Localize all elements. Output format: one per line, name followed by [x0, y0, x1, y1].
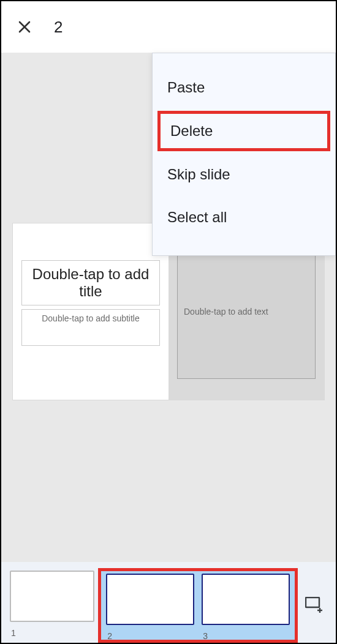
menu-item-paste[interactable]: Paste: [153, 68, 335, 107]
thumb-label: 3: [203, 631, 290, 641]
thumb-cell-2: 2: [102, 571, 198, 641]
menu-item-skip-slide[interactable]: Skip slide: [153, 155, 335, 194]
thumb-cell-3: 3: [198, 571, 293, 641]
canvas-area: Paste Delete Skip slide Select all Doubl…: [1, 53, 336, 562]
slide-left-half: Double-tap to add title Double-tap to ad…: [13, 223, 168, 400]
thumb-label: 2: [107, 631, 194, 641]
slide-thumb[interactable]: [106, 574, 194, 625]
add-slide-button[interactable]: [298, 568, 331, 642]
title-placeholder[interactable]: Double-tap to add title: [21, 260, 160, 305]
menu-item-delete[interactable]: Delete: [157, 111, 330, 151]
thumb-cell-1: 1: [6, 568, 98, 638]
menu-item-select-all[interactable]: Select all: [153, 198, 335, 237]
selected-thumbs-group: 2 3: [98, 568, 298, 643]
selected-count: 2: [54, 18, 62, 37]
thumb-label: 1: [11, 628, 94, 638]
slide-thumb[interactable]: [10, 571, 94, 622]
filmstrip: 1 2 3: [1, 562, 336, 643]
slide-thumb[interactable]: [202, 574, 290, 625]
svg-rect-0: [306, 597, 319, 607]
close-icon[interactable]: [12, 15, 37, 39]
subtitle-placeholder[interactable]: Double-tap to add subtitle: [21, 309, 160, 346]
context-menu: Paste Delete Skip slide Select all: [152, 53, 336, 256]
selection-toolbar: 2: [1, 1, 336, 53]
text-placeholder[interactable]: Double-tap to add text: [177, 244, 316, 379]
